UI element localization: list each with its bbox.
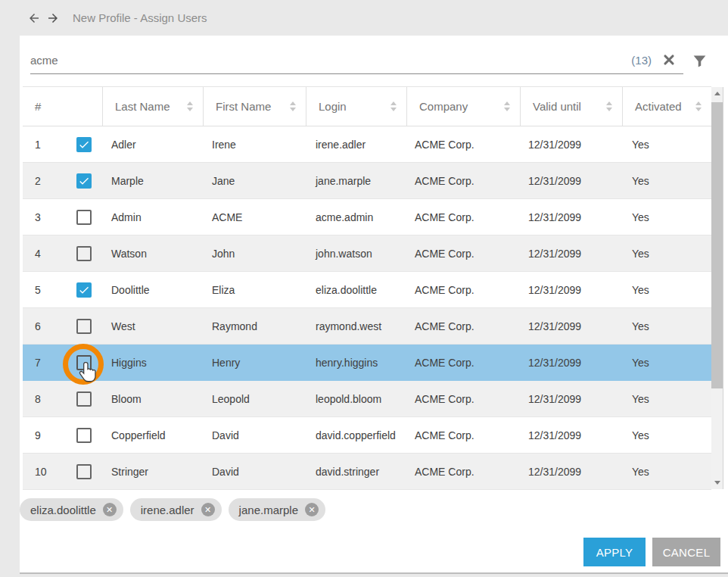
column-header[interactable]: Company [407,87,521,126]
row-checkbox[interactable] [76,355,92,370]
cell-first-name: David [204,466,306,478]
cell-activated: Yes [623,211,711,223]
sort-icon[interactable] [187,101,193,111]
cell-activated: Yes [623,357,711,369]
cell-company: ACME Corp. [407,466,521,478]
tag-label: irene.adler [141,504,194,516]
cell-first-name: Raymond [204,320,306,332]
scroll-down-icon[interactable] [711,477,723,488]
cell-activated: Yes [623,175,711,187]
cell-last-name: Doolittle [103,284,204,296]
row-checkbox[interactable] [76,173,92,189]
cell-first-name: Eliza [204,284,306,296]
column-header[interactable]: First Name [204,87,306,126]
sort-icon[interactable] [290,101,296,111]
result-count: (13) [631,54,652,67]
cell-login: irene.adler [306,139,407,151]
cell-first-name: Jane [204,175,306,187]
clear-search-icon[interactable] [661,52,677,67]
sort-asc-icon [290,101,296,105]
filter-icon[interactable] [692,53,708,69]
table-row[interactable]: 5 Doolittle Eliza eliza.doolittle ACME C… [23,272,711,308]
table-row[interactable]: 10 Stringer David david.stringer ACME Co… [23,454,711,490]
cell-last-name: Copperfield [103,429,204,441]
sort-desc-icon [504,108,510,111]
column-header[interactable]: Login [306,87,407,126]
row-number: 10 [23,466,64,478]
cell-last-name: Bloom [103,393,204,405]
cell-login: henry.higgins [306,357,407,369]
users-table: # Last Name First Name Login Company Val… [23,86,711,490]
cell-activated: Yes [623,139,711,151]
cell-activated: Yes [623,320,711,332]
row-number: 3 [23,211,64,223]
cell-valid: 12/31/2099 [521,139,623,151]
sort-icon[interactable] [390,101,397,111]
tag-remove-icon[interactable]: ✕ [103,503,117,516]
column-header[interactable]: Valid until [521,87,623,126]
table-row[interactable]: 3 Admin ACME acme.admin ACME Corp. 12/31… [23,199,711,235]
cell-last-name: West [103,320,204,332]
row-checkbox[interactable] [76,464,92,479]
cell-company: ACME Corp. [407,429,521,441]
table-row[interactable]: 6 West Raymond raymond.west ACME Corp. 1… [23,308,711,345]
column-header[interactable]: # [23,87,103,126]
cell-company: ACME Corp. [407,393,521,405]
cell-login: leopold.bloom [306,393,407,405]
cell-first-name: David [204,429,306,441]
row-checkbox[interactable] [76,428,92,443]
search-input[interactable]: acme [30,54,58,67]
row-checkbox[interactable] [76,137,92,152]
column-header[interactable]: Activated [623,87,711,126]
table-row[interactable]: 4 Watson John john.watson ACME Corp. 12/… [23,235,711,272]
sort-icon[interactable] [606,101,612,111]
sort-icon[interactable] [695,101,702,111]
sort-desc-icon [290,108,296,111]
cell-company: ACME Corp. [407,284,521,296]
row-number: 8 [23,393,64,405]
tag-remove-icon[interactable]: ✕ [305,503,319,516]
back-arrow-icon[interactable] [27,11,41,25]
cell-company: ACME Corp. [407,320,521,332]
user-tag: eliza.doolittle ✕ [20,498,123,521]
cell-login: david.stringer [306,466,407,478]
row-checkbox[interactable] [76,246,92,261]
sort-desc-icon [606,108,612,111]
row-number: 4 [23,248,64,260]
scroll-up-icon[interactable] [711,87,723,99]
sort-asc-icon [187,101,193,105]
table-row[interactable]: 8 Bloom Leopold leopold.bloom ACME Corp.… [23,381,711,417]
titlebar: New Profile - Assign Users [0,0,728,36]
table-row[interactable]: 1 Adler Irene irene.adler ACME Corp. 12/… [23,126,711,163]
vertical-scrollbar[interactable] [711,87,723,489]
row-checkbox[interactable] [76,282,92,298]
cell-activated: Yes [623,466,711,478]
sort-desc-icon [695,108,702,111]
screen: New Profile - Assign Users acme (13) # L… [0,0,728,577]
sort-icon[interactable] [504,101,510,111]
row-number: 5 [23,284,64,296]
cell-activated: Yes [623,284,711,296]
cell-login: acme.admin [306,211,407,223]
table-header: # Last Name First Name Login Company Val… [23,86,711,126]
table-row[interactable]: 2 Marple Jane jane.marple ACME Corp. 12/… [23,163,711,199]
column-header[interactable]: Last Name [103,87,204,126]
tag-remove-icon[interactable]: ✕ [201,503,215,516]
table-row[interactable]: 7 Higgins Henry henry.higgins ACME Corp.… [23,345,711,381]
cell-last-name: Stringer [103,466,204,478]
cell-last-name: Watson [103,248,204,260]
sort-desc-icon [390,108,397,111]
forward-arrow-icon[interactable] [46,11,60,25]
row-checkbox[interactable] [76,319,92,334]
cell-company: ACME Corp. [407,357,521,369]
apply-button[interactable]: APPLY [583,538,646,566]
table-row[interactable]: 9 Copperfield David david.copperfield AC… [23,417,711,454]
cancel-button[interactable]: CANCEL [652,538,720,566]
row-checkbox[interactable] [76,210,92,225]
row-checkbox[interactable] [76,391,92,407]
scrollbar-thumb[interactable] [711,102,723,388]
search-field[interactable]: acme (13) [30,46,683,74]
cell-company: ACME Corp. [407,175,521,187]
cell-company: ACME Corp. [407,211,521,223]
row-number: 1 [23,139,64,151]
